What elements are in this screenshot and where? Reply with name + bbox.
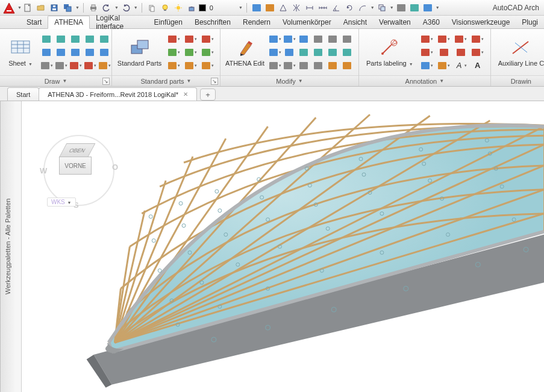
anno-tool-icon[interactable]: ▾	[419, 46, 435, 58]
mirror-icon[interactable]	[290, 2, 302, 14]
modify-tool-icon[interactable]	[297, 60, 310, 72]
viewcube-front-face[interactable]: VORNE	[59, 157, 92, 175]
viewcube-top-face[interactable]: OBEN	[59, 143, 96, 158]
viewcube-cube[interactable]: OBEN VORNE	[59, 143, 95, 177]
anno-tool-icon[interactable]	[436, 46, 452, 58]
anno-tool-icon[interactable]: ▾	[419, 33, 435, 45]
draw-tool-icon[interactable]	[83, 46, 96, 58]
tab-volumen[interactable]: Volumenkörper	[277, 16, 337, 28]
layer-name-label[interactable]: 0	[210, 4, 213, 11]
tab-a360[interactable]: A360	[417, 16, 446, 28]
draw-tool-icon[interactable]	[98, 33, 111, 45]
lock-icon[interactable]	[186, 2, 198, 14]
draw-tool-icon[interactable]: ▾	[54, 60, 67, 72]
draw-tool-icon[interactable]	[69, 46, 82, 58]
tab-rendern[interactable]: Rendern	[237, 16, 277, 28]
dimension-h-icon[interactable]	[304, 2, 316, 14]
modify-tool-icon[interactable]	[311, 33, 325, 45]
tool2-icon[interactable]	[264, 2, 276, 14]
stdpart-tool-icon[interactable]: ▾	[199, 33, 215, 45]
modify-tool-icon[interactable]	[297, 33, 310, 45]
modify-tool-icon[interactable]	[326, 60, 339, 72]
modify-tool-icon[interactable]: ▾	[283, 60, 296, 72]
modify-tool-icon[interactable]: ▾	[268, 46, 281, 58]
draw-tool-icon[interactable]	[40, 46, 53, 58]
draw-tool-icon[interactable]	[54, 33, 67, 45]
new-icon[interactable]	[22, 2, 34, 14]
qat-dropdown-icon[interactable]: ▼	[436, 5, 440, 10]
stdpart-tool-icon[interactable]: ▾	[183, 33, 198, 45]
viewcube-east-label[interactable]: O	[112, 163, 118, 172]
side-panel-slim[interactable]	[14, 101, 22, 392]
panel-title-draw[interactable]: Draw▼↘	[0, 75, 111, 86]
wks-badge[interactable]: WKS ▼	[47, 198, 76, 207]
add-tab-button[interactable]: +	[200, 89, 216, 101]
auxiliary-line-button[interactable]: Auxiliary Line C	[496, 36, 544, 68]
draw-tool-icon[interactable]	[98, 46, 111, 58]
panel-title-modify[interactable]: Modify▼	[220, 75, 358, 86]
draw-tool-icon[interactable]: ▾	[69, 60, 82, 72]
modify-tool-icon[interactable]	[311, 60, 325, 72]
anno-tool-icon[interactable]: ▾	[419, 60, 435, 72]
layer-color-swatch[interactable]	[199, 4, 206, 11]
panel-title-stdparts[interactable]: Standard parts▼↘	[112, 75, 220, 86]
stdpart-tool-icon[interactable]: ▾	[166, 60, 181, 72]
arc-icon[interactable]	[357, 2, 369, 14]
panel-expand-icon[interactable]: ↘	[102, 78, 110, 85]
stdpart-tool-icon[interactable]: ▾	[166, 33, 181, 45]
modify-tool-icon[interactable]: ▾	[268, 33, 281, 45]
stdpart-tool-icon[interactable]: ▾	[183, 60, 198, 72]
stdpart-tool-icon[interactable]: ▾	[166, 46, 181, 58]
tab-beschriften[interactable]: Beschriften	[189, 16, 237, 28]
modify-tool-icon[interactable]	[311, 46, 325, 58]
print-icon[interactable]	[87, 2, 99, 14]
viewport-3d[interactable]: OBEN VORNE W O S WKS ▼	[22, 101, 544, 392]
modify-tool-icon[interactable]: ▾	[283, 33, 296, 45]
modify-tool-icon[interactable]	[326, 46, 339, 58]
anno-tool-icon[interactable]: A	[470, 60, 486, 72]
viewcube-west-label[interactable]: W	[40, 166, 47, 175]
modify-tool-icon[interactable]	[326, 33, 339, 45]
side-palette-handle[interactable]: Werkzeugpaletten - Alle Paletten	[0, 101, 14, 392]
stdpart-tool-icon[interactable]: ▾	[199, 60, 215, 72]
app-menu-icon[interactable]	[1, 1, 17, 14]
tab-plugins[interactable]: Plugi	[516, 16, 544, 28]
sun-icon[interactable]	[172, 2, 184, 14]
draw-tool-icon[interactable]	[54, 46, 67, 58]
undo-dropdown-icon[interactable]: ▼	[114, 5, 119, 10]
app-menu-dropdown-icon[interactable]: ▼	[17, 5, 22, 10]
angle-dim-icon[interactable]	[330, 2, 342, 14]
modify-tool-icon[interactable]	[340, 46, 354, 58]
bulb-icon[interactable]	[159, 2, 171, 14]
panel-expand-icon[interactable]: ↘	[211, 78, 218, 85]
draw-tool-icon[interactable]	[40, 33, 53, 45]
tab-start[interactable]: Start	[20, 16, 48, 28]
tab-verwalten[interactable]: Verwalten	[373, 16, 417, 28]
draw-tool-icon[interactable]: ▾	[40, 60, 53, 72]
tool-dropdown-icon[interactable]: ▼	[370, 5, 375, 10]
stdpart-tool-icon[interactable]: ▾	[183, 46, 198, 58]
toolb-icon[interactable]	[408, 2, 421, 14]
draw-tool-icon[interactable]: ▾	[98, 60, 111, 72]
save-icon[interactable]	[48, 2, 60, 14]
tool-dropdown2-icon[interactable]: ▼	[390, 5, 394, 10]
anno-tool-icon[interactable]: ▾	[453, 33, 469, 45]
draw-tool-icon[interactable]: ▾	[83, 60, 96, 72]
anno-tool-icon[interactable]: ▾	[436, 33, 452, 45]
save-dropdown-icon[interactable]: ▼	[75, 5, 80, 10]
dimension-chain-icon[interactable]	[317, 2, 329, 14]
anno-tool-icon[interactable]: ▾	[470, 33, 486, 45]
rotate-icon[interactable]	[343, 2, 355, 14]
tool3-icon[interactable]	[277, 2, 289, 14]
modify-tool-icon[interactable]	[340, 60, 354, 72]
tab-logikal[interactable]: LogiKal interface	[90, 16, 148, 28]
parts-labeling-button[interactable]: Parts labeling ▼	[364, 36, 416, 68]
open-icon[interactable]	[35, 2, 47, 14]
sheet-button[interactable]: Sheet ▼	[5, 36, 36, 68]
doc-tab-active[interactable]: ATHENA 3D - Freiform...Revit 2018 LogiKa…	[39, 87, 197, 101]
close-icon[interactable]: ✕	[183, 91, 188, 98]
redo-dropdown-icon[interactable]: ▼	[134, 5, 138, 10]
tab-visions[interactable]: Visionswerkzeuge	[446, 16, 516, 28]
toola-icon[interactable]	[395, 2, 407, 14]
undo-icon[interactable]	[101, 2, 113, 14]
